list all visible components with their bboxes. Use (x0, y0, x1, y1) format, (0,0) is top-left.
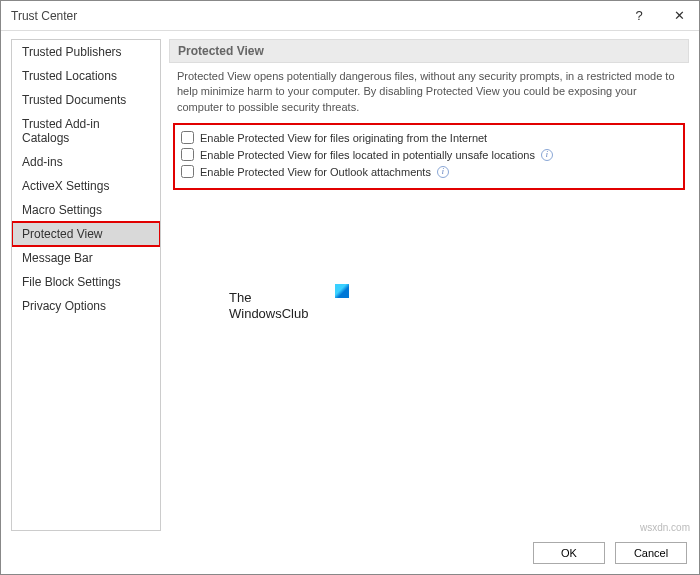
sidebar-item-macro-settings[interactable]: Macro Settings (12, 198, 160, 222)
check-row-2[interactable]: Enable Protected View for Outlook attach… (181, 163, 677, 180)
sidebar: Trusted PublishersTrusted LocationsTrust… (11, 39, 161, 531)
logo-square-icon (335, 284, 349, 298)
dialog-body: Trusted PublishersTrusted LocationsTrust… (1, 31, 699, 533)
close-button[interactable]: ✕ (659, 1, 699, 30)
sidebar-item-trusted-documents[interactable]: Trusted Documents (12, 88, 160, 112)
section-description: Protected View opens potentially dangero… (169, 69, 689, 123)
check-label: Enable Protected View for files located … (200, 149, 535, 161)
cancel-button[interactable]: Cancel (615, 542, 687, 564)
sidebar-item-message-bar[interactable]: Message Bar (12, 246, 160, 270)
sidebar-item-trusted-locations[interactable]: Trusted Locations (12, 64, 160, 88)
checkbox-1[interactable] (181, 148, 194, 161)
check-row-1[interactable]: Enable Protected View for files located … (181, 146, 677, 163)
logo-line2: WindowsClub (229, 306, 349, 322)
check-label: Enable Protected View for Outlook attach… (200, 166, 431, 178)
ok-button[interactable]: OK (533, 542, 605, 564)
help-button[interactable]: ? (619, 1, 659, 30)
trust-center-window: Trust Center ? ✕ Trusted PublishersTrust… (0, 0, 700, 575)
windowsclub-logo: The WindowsClub (229, 290, 349, 321)
sidebar-item-protected-view[interactable]: Protected View (12, 222, 160, 246)
checkbox-2[interactable] (181, 165, 194, 178)
content-pane: Protected View Protected View opens pote… (169, 39, 689, 531)
info-icon[interactable]: i (437, 166, 449, 178)
info-icon[interactable]: i (541, 149, 553, 161)
window-title: Trust Center (11, 9, 619, 23)
section-header: Protected View (169, 39, 689, 63)
checks-group: Enable Protected View for files originat… (173, 123, 685, 190)
sidebar-item-trusted-publishers[interactable]: Trusted Publishers (12, 40, 160, 64)
check-label: Enable Protected View for files originat… (200, 132, 487, 144)
sidebar-item-file-block-settings[interactable]: File Block Settings (12, 270, 160, 294)
sidebar-item-activex-settings[interactable]: ActiveX Settings (12, 174, 160, 198)
checkbox-0[interactable] (181, 131, 194, 144)
button-bar: OK Cancel (1, 533, 699, 574)
sidebar-item-trusted-add-in-catalogs[interactable]: Trusted Add-in Catalogs (12, 112, 160, 150)
check-row-0[interactable]: Enable Protected View for files originat… (181, 129, 677, 146)
sidebar-item-privacy-options[interactable]: Privacy Options (12, 294, 160, 318)
titlebar: Trust Center ? ✕ (1, 1, 699, 31)
logo-line1: The (229, 290, 349, 306)
sidebar-item-add-ins[interactable]: Add-ins (12, 150, 160, 174)
